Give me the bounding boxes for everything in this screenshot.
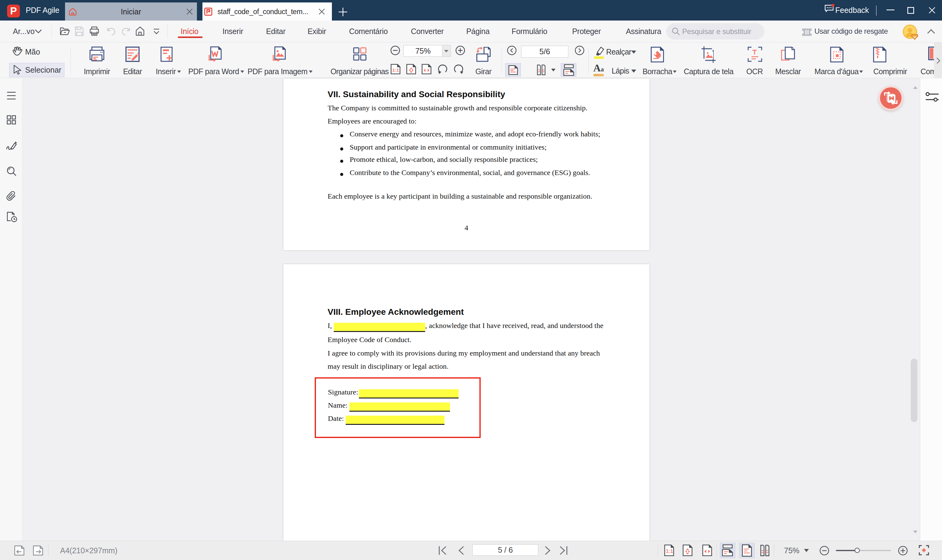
svg-text:1:1: 1:1 — [666, 549, 673, 554]
svg-text:1:1: 1:1 — [392, 68, 399, 73]
